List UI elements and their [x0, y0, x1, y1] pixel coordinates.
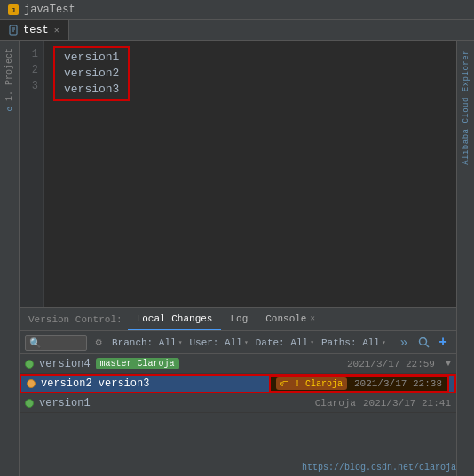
line-numbers: 1 2 3: [20, 41, 44, 307]
user-filter[interactable]: User: All ▾: [187, 335, 249, 351]
file-icon: [9, 25, 20, 36]
svg-text:J: J: [12, 6, 16, 14]
commit-date-1: 2021/3/17 22:59: [347, 359, 435, 369]
master-tag: master Claroja: [96, 358, 179, 369]
left-sidebar: 1. Project ↻: [0, 41, 20, 476]
code-line-1: version1: [64, 50, 119, 66]
svg-line-7: [425, 345, 429, 348]
commit-date-3: 2021/3/17 21:41: [363, 398, 451, 409]
tab-close-icon[interactable]: ✕: [54, 25, 59, 36]
window-title: javaTest: [24, 4, 75, 16]
more-icon[interactable]: »: [396, 335, 412, 351]
svg-point-6: [419, 338, 426, 345]
commit-msg-1: version4: [39, 358, 91, 370]
alibaba-sidebar[interactable]: Alibaba Cloud Explorer: [456, 41, 474, 476]
commit-author-3: Claroja: [315, 398, 356, 409]
branch-filter[interactable]: Branch: All ▾: [110, 335, 184, 351]
settings-icon[interactable]: ⚙: [91, 335, 107, 351]
title-bar: J javaTest: [0, 0, 474, 20]
commit-branch-area-1: version4 master Claroja: [39, 358, 347, 370]
commit-date-2: 2021/3/17 22:38: [354, 378, 442, 389]
commit-row-version4[interactable]: version4 master Claroja 2021/3/17 22:59 …: [20, 354, 456, 374]
code-content[interactable]: version1 version2 version3: [44, 41, 456, 307]
sidebar-refresh-icon[interactable]: ↻: [3, 101, 17, 115]
commit-search-input[interactable]: [25, 335, 87, 351]
date-filter[interactable]: Date: All ▾: [254, 335, 316, 351]
code-line-2: version2: [64, 66, 119, 82]
tab-label: test: [23, 24, 49, 36]
content-area: 1 2 3 version1 version2 version3: [20, 41, 456, 476]
warn-tag: 🏷 ! Claroja: [276, 377, 347, 390]
commit-meta-1: 2021/3/17 22:59 ▼: [347, 359, 451, 369]
code-line-3: version3: [64, 82, 119, 98]
alibaba-sidebar-label[interactable]: Alibaba Cloud Explorer: [462, 50, 470, 165]
bottom-panel: Version Control: Local Changes Log Conso…: [20, 307, 456, 476]
paths-filter[interactable]: Paths: All ▾: [320, 335, 388, 351]
commit-branch-area-3: version1: [39, 397, 315, 409]
commit-meta-2: 🏷 ! Claroja 2021/3/17 22:38: [269, 375, 449, 393]
commit-arrow-1: ▼: [446, 359, 451, 369]
commit-meta-3: Claroja 2021/3/17 21:41: [315, 398, 451, 409]
commit-list: version4 master Claroja 2021/3/17 22:59 …: [20, 354, 456, 476]
line-number-1: 1: [20, 46, 38, 62]
line-number-3: 3: [20, 78, 38, 94]
vc-tab-bar: Version Control: Local Changes Log Conso…: [20, 308, 456, 331]
line-number-2: 2: [20, 62, 38, 78]
add-icon[interactable]: +: [435, 335, 451, 351]
editor-tab-bar: test ✕: [0, 20, 474, 41]
console-tab-close[interactable]: ✕: [310, 313, 314, 323]
main-area: 1. Project ↻ 1 2 3 version1 version2: [0, 41, 474, 476]
commit-branch-area-2: version2 version3: [41, 377, 269, 390]
app-icon: J: [7, 4, 20, 16]
sidebar-item-project[interactable]: 1. Project: [4, 48, 14, 101]
commit-msg-3: version1: [39, 397, 91, 409]
editor-tab-test[interactable]: test ✕: [0, 20, 69, 40]
tab-console[interactable]: Console ✕: [257, 308, 324, 330]
commit-row-version2-version3[interactable]: version2 version3 🏷 ! Claroja 2021/3/17 …: [20, 374, 456, 393]
tab-log[interactable]: Log: [221, 308, 257, 330]
code-editor: 1 2 3 version1 version2 version3: [20, 41, 456, 307]
search-commits-icon[interactable]: [415, 335, 431, 351]
vc-toolbar: ⚙ Branch: All ▾ User: All ▾ Date: All ▾: [20, 331, 456, 354]
vc-label: Version Control:: [23, 314, 128, 325]
commit-row-version1[interactable]: version1 Claroja 2021/3/17 21:41: [20, 393, 456, 413]
commit-msg-2: version2 version3: [41, 377, 149, 390]
commit-dot-2: [27, 379, 36, 388]
commit-dot-3: [25, 399, 34, 408]
commit-dot-1: [25, 360, 34, 369]
tab-local-changes[interactable]: Local Changes: [128, 308, 222, 330]
